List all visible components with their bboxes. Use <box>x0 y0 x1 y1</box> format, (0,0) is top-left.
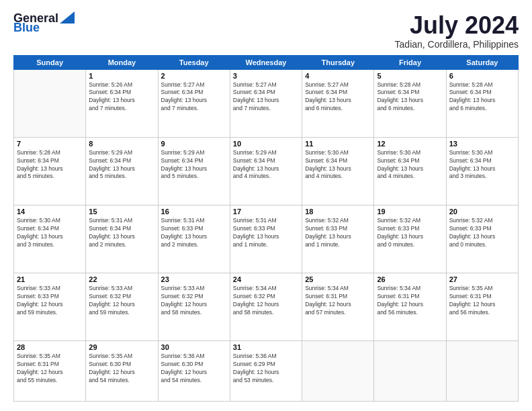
table-row: 30Sunrise: 5:36 AM Sunset: 6:30 PM Dayli… <box>158 341 230 402</box>
table-row: 20Sunrise: 5:32 AM Sunset: 6:33 PM Dayli… <box>446 205 518 273</box>
day-info: Sunrise: 5:34 AM Sunset: 6:31 PM Dayligh… <box>377 285 443 317</box>
day-info: Sunrise: 5:28 AM Sunset: 6:34 PM Dayligh… <box>17 149 83 181</box>
table-row: 21Sunrise: 5:33 AM Sunset: 6:33 PM Dayli… <box>14 273 86 341</box>
table-row: 31Sunrise: 5:36 AM Sunset: 6:29 PM Dayli… <box>230 341 302 402</box>
table-row: 22Sunrise: 5:33 AM Sunset: 6:32 PM Dayli… <box>86 273 158 341</box>
col-monday: Monday <box>86 55 158 69</box>
table-row: 28Sunrise: 5:35 AM Sunset: 6:31 PM Dayli… <box>14 341 86 402</box>
day-info: Sunrise: 5:31 AM Sunset: 6:33 PM Dayligh… <box>233 217 299 249</box>
table-row: 25Sunrise: 5:34 AM Sunset: 6:31 PM Dayli… <box>302 273 374 341</box>
day-number: 3 <box>233 72 299 80</box>
day-number: 7 <box>17 140 83 148</box>
day-info: Sunrise: 5:27 AM Sunset: 6:34 PM Dayligh… <box>233 81 299 113</box>
day-info: Sunrise: 5:27 AM Sunset: 6:34 PM Dayligh… <box>161 81 227 113</box>
day-info: Sunrise: 5:31 AM Sunset: 6:34 PM Dayligh… <box>89 217 154 249</box>
table-row: 6Sunrise: 5:28 AM Sunset: 6:34 PM Daylig… <box>446 69 518 137</box>
day-info: Sunrise: 5:35 AM Sunset: 6:31 PM Dayligh… <box>17 353 83 385</box>
day-number: 11 <box>305 140 371 148</box>
day-number: 29 <box>89 343 154 351</box>
table-row: 9Sunrise: 5:29 AM Sunset: 6:34 PM Daylig… <box>158 137 230 205</box>
logo: General Blue <box>13 12 75 34</box>
day-info: Sunrise: 5:28 AM Sunset: 6:34 PM Dayligh… <box>377 81 443 113</box>
logo-icon <box>60 11 75 24</box>
day-info: Sunrise: 5:29 AM Sunset: 6:34 PM Dayligh… <box>161 149 227 181</box>
day-number: 2 <box>161 72 227 80</box>
table-row: 17Sunrise: 5:31 AM Sunset: 6:33 PM Dayli… <box>230 205 302 273</box>
day-number: 6 <box>449 72 515 80</box>
table-row <box>302 341 374 402</box>
day-info: Sunrise: 5:29 AM Sunset: 6:34 PM Dayligh… <box>89 149 154 181</box>
day-number: 15 <box>89 208 154 216</box>
table-row: 1Sunrise: 5:26 AM Sunset: 6:34 PM Daylig… <box>86 69 158 137</box>
calendar-table: Sunday Monday Tuesday Wednesday Thursday… <box>13 55 519 402</box>
table-row: 8Sunrise: 5:29 AM Sunset: 6:34 PM Daylig… <box>86 137 158 205</box>
table-row <box>446 341 518 402</box>
day-number: 24 <box>233 275 299 283</box>
day-number: 21 <box>17 275 83 283</box>
day-info: Sunrise: 5:32 AM Sunset: 6:33 PM Dayligh… <box>305 217 371 249</box>
table-row: 12Sunrise: 5:30 AM Sunset: 6:34 PM Dayli… <box>374 137 446 205</box>
day-number: 19 <box>377 208 443 216</box>
day-number: 4 <box>305 72 371 80</box>
day-number: 30 <box>161 343 227 351</box>
day-number: 23 <box>161 275 227 283</box>
col-sunday: Sunday <box>14 55 86 69</box>
day-info: Sunrise: 5:36 AM Sunset: 6:29 PM Dayligh… <box>233 353 299 385</box>
day-number: 10 <box>233 140 299 148</box>
month-year: July 2024 <box>395 12 519 39</box>
svg-marker-0 <box>60 11 75 24</box>
day-info: Sunrise: 5:30 AM Sunset: 6:34 PM Dayligh… <box>305 149 371 181</box>
day-info: Sunrise: 5:31 AM Sunset: 6:33 PM Dayligh… <box>161 217 227 249</box>
logo-blue-text: Blue <box>13 21 40 34</box>
day-number: 14 <box>17 208 83 216</box>
table-row: 15Sunrise: 5:31 AM Sunset: 6:34 PM Dayli… <box>86 205 158 273</box>
day-info: Sunrise: 5:27 AM Sunset: 6:34 PM Dayligh… <box>305 81 371 113</box>
table-row: 23Sunrise: 5:33 AM Sunset: 6:32 PM Dayli… <box>158 273 230 341</box>
day-info: Sunrise: 5:28 AM Sunset: 6:34 PM Dayligh… <box>449 81 515 113</box>
day-number: 9 <box>161 140 227 148</box>
col-friday: Friday <box>374 55 446 69</box>
table-row: 3Sunrise: 5:27 AM Sunset: 6:34 PM Daylig… <box>230 69 302 137</box>
header: General Blue July 2024 Tadian, Cordiller… <box>13 12 519 50</box>
page: General Blue July 2024 Tadian, Cordiller… <box>0 0 532 411</box>
title-block: July 2024 Tadian, Cordillera, Philippine… <box>395 12 519 50</box>
day-number: 1 <box>89 72 154 80</box>
table-row: 7Sunrise: 5:28 AM Sunset: 6:34 PM Daylig… <box>14 137 86 205</box>
day-info: Sunrise: 5:33 AM Sunset: 6:32 PM Dayligh… <box>89 285 154 317</box>
day-number: 12 <box>377 140 443 148</box>
table-row: 27Sunrise: 5:35 AM Sunset: 6:31 PM Dayli… <box>446 273 518 341</box>
table-row: 11Sunrise: 5:30 AM Sunset: 6:34 PM Dayli… <box>302 137 374 205</box>
table-row: 29Sunrise: 5:35 AM Sunset: 6:30 PM Dayli… <box>86 341 158 402</box>
day-info: Sunrise: 5:36 AM Sunset: 6:30 PM Dayligh… <box>161 353 227 385</box>
day-number: 5 <box>377 72 443 80</box>
day-info: Sunrise: 5:34 AM Sunset: 6:32 PM Dayligh… <box>233 285 299 317</box>
day-number: 18 <box>305 208 371 216</box>
day-info: Sunrise: 5:29 AM Sunset: 6:34 PM Dayligh… <box>233 149 299 181</box>
location: Tadian, Cordillera, Philippines <box>395 39 519 50</box>
table-row: 4Sunrise: 5:27 AM Sunset: 6:34 PM Daylig… <box>302 69 374 137</box>
day-number: 25 <box>305 275 371 283</box>
table-row: 13Sunrise: 5:30 AM Sunset: 6:34 PM Dayli… <box>446 137 518 205</box>
table-row <box>374 341 446 402</box>
day-number: 28 <box>17 343 83 351</box>
day-number: 20 <box>449 208 515 216</box>
day-number: 27 <box>449 275 515 283</box>
col-tuesday: Tuesday <box>158 55 230 69</box>
day-info: Sunrise: 5:35 AM Sunset: 6:31 PM Dayligh… <box>449 285 515 317</box>
day-info: Sunrise: 5:30 AM Sunset: 6:34 PM Dayligh… <box>449 149 515 181</box>
day-info: Sunrise: 5:30 AM Sunset: 6:34 PM Dayligh… <box>377 149 443 181</box>
table-row: 10Sunrise: 5:29 AM Sunset: 6:34 PM Dayli… <box>230 137 302 205</box>
table-row: 2Sunrise: 5:27 AM Sunset: 6:34 PM Daylig… <box>158 69 230 137</box>
table-row: 26Sunrise: 5:34 AM Sunset: 6:31 PM Dayli… <box>374 273 446 341</box>
day-info: Sunrise: 5:30 AM Sunset: 6:34 PM Dayligh… <box>17 217 83 249</box>
day-number: 8 <box>89 140 154 148</box>
table-row <box>14 69 86 137</box>
day-info: Sunrise: 5:33 AM Sunset: 6:32 PM Dayligh… <box>161 285 227 317</box>
day-info: Sunrise: 5:26 AM Sunset: 6:34 PM Dayligh… <box>89 81 154 113</box>
table-row: 5Sunrise: 5:28 AM Sunset: 6:34 PM Daylig… <box>374 69 446 137</box>
day-number: 16 <box>161 208 227 216</box>
col-wednesday: Wednesday <box>230 55 302 69</box>
day-number: 17 <box>233 208 299 216</box>
calendar-header-row: Sunday Monday Tuesday Wednesday Thursday… <box>14 55 519 69</box>
table-row: 14Sunrise: 5:30 AM Sunset: 6:34 PM Dayli… <box>14 205 86 273</box>
